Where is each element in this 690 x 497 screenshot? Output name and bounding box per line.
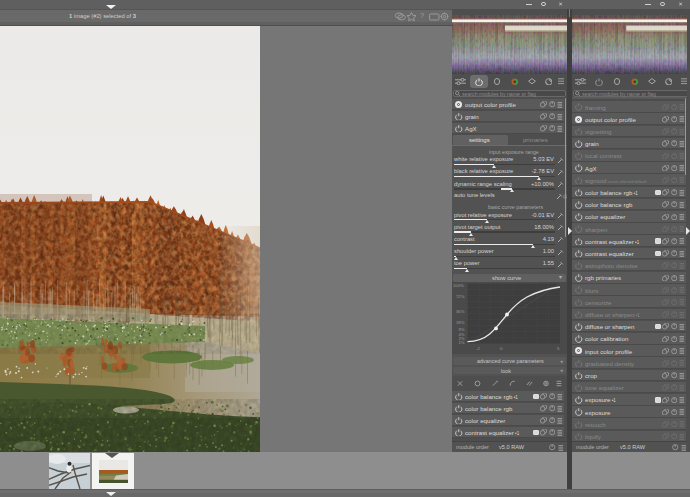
svg-text:1%: 1%	[459, 340, 465, 345]
svg-text:72%: 72%	[456, 294, 465, 299]
svg-text:36%: 36%	[456, 309, 465, 314]
svg-text:100%: 100%	[453, 283, 464, 288]
svg-text:-2: -2	[476, 346, 480, 351]
svg-text:18%: 18%	[456, 320, 465, 325]
svg-text:0: 0	[500, 346, 503, 351]
svg-text:5: 5	[557, 346, 560, 351]
